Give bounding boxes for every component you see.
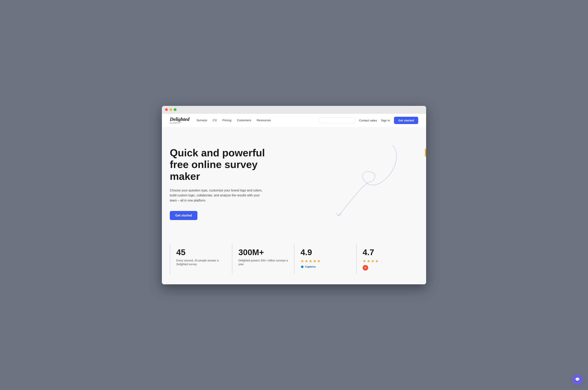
stats-section: 45 Every second, 45 people answer a Deli… bbox=[162, 234, 426, 284]
browser-chrome bbox=[162, 106, 426, 114]
hero-right bbox=[284, 143, 418, 222]
navbar: Delighted by qualtrics℠ Surveys CX Prici… bbox=[162, 114, 426, 127]
stat-desc-45: Every second, 45 people answer a Delight… bbox=[176, 259, 226, 266]
star-g2-4: ★ bbox=[375, 259, 379, 263]
nav-customers[interactable]: Customers bbox=[237, 118, 251, 122]
hero-get-started-button[interactable]: Get started bbox=[170, 211, 197, 220]
hero-left: Quick and powerful free online survey ma… bbox=[170, 143, 284, 220]
star-g2-half: ☆ bbox=[379, 259, 383, 263]
g2-stars: ★ ★ ★ ★ ☆ bbox=[363, 259, 412, 263]
logo[interactable]: Delighted by qualtrics℠ bbox=[170, 116, 190, 124]
navbar-right: 🔍 Contact sales Sign in Get started bbox=[320, 117, 418, 124]
star-g2-1: ★ bbox=[363, 259, 366, 263]
nav-cx[interactable]: CX bbox=[213, 118, 217, 122]
star-4: ★ bbox=[313, 259, 316, 263]
browser-window: Delighted by qualtrics℠ Surveys CX Prici… bbox=[162, 106, 426, 284]
g2-badge-row: G bbox=[363, 265, 412, 271]
g2-badge: G bbox=[363, 265, 368, 271]
search-wrapper: 🔍 bbox=[320, 117, 355, 123]
star-g2-3: ★ bbox=[371, 259, 374, 263]
scrollbar-indicator bbox=[425, 149, 426, 156]
capterra-stars: ★ ★ ★ ★ ★ bbox=[300, 259, 350, 263]
nav-pricing[interactable]: Pricing bbox=[222, 118, 232, 122]
stat-number-45: 45 bbox=[176, 248, 226, 257]
nav-surveys[interactable]: Surveys bbox=[196, 118, 207, 122]
nav-get-started-button[interactable]: Get started bbox=[394, 117, 418, 124]
nav-resources[interactable]: Resources bbox=[257, 118, 271, 122]
hero-section: Quick and powerful free online survey ma… bbox=[162, 127, 426, 234]
hero-description: Choose your question type, customize you… bbox=[170, 188, 264, 203]
star-1: ★ bbox=[300, 259, 304, 263]
star-5: ★ bbox=[317, 259, 321, 263]
stat-item-300m: 300M+ Delighted powers 300+ million surv… bbox=[232, 244, 294, 274]
logo-sub: by qualtrics℠ bbox=[170, 122, 190, 124]
stat-number-300m: 300M+ bbox=[238, 248, 288, 257]
browser-content: Delighted by qualtrics℠ Surveys CX Prici… bbox=[162, 114, 426, 284]
hero-title: Quick and powerful free online survey ma… bbox=[170, 147, 284, 182]
star-3: ★ bbox=[309, 259, 312, 263]
navbar-left: Delighted by qualtrics℠ Surveys CX Prici… bbox=[170, 116, 271, 124]
svg-marker-1 bbox=[302, 265, 304, 267]
nav-links: Surveys CX Pricing Customers Resources bbox=[196, 118, 271, 122]
stat-desc-300m: Delighted powers 300+ million surveys a … bbox=[238, 259, 288, 266]
minimize-button[interactable] bbox=[169, 108, 172, 111]
capterra-label: Capterra bbox=[305, 265, 315, 268]
stat-number-47: 4.7 bbox=[363, 248, 412, 257]
star-g2-2: ★ bbox=[367, 259, 370, 263]
capterra-badge: Capterra bbox=[300, 265, 315, 269]
contact-sales-link[interactable]: Contact sales bbox=[359, 119, 377, 122]
stat-item-g2: 4.7 ★ ★ ★ ★ ☆ G bbox=[356, 244, 418, 274]
capterra-badge-row: Capterra bbox=[300, 265, 350, 269]
g2-label: G bbox=[364, 266, 366, 269]
logo-main: Delighted bbox=[170, 116, 190, 122]
stat-item-capterra: 4.9 ★ ★ ★ ★ ★ Capterra bbox=[294, 244, 356, 274]
capterra-logo-icon bbox=[300, 265, 304, 269]
chat-icon: 💬 bbox=[575, 377, 580, 382]
stat-item-45: 45 Every second, 45 people answer a Deli… bbox=[170, 244, 232, 274]
stat-number-49: 4.9 bbox=[300, 248, 350, 257]
decorative-arrow bbox=[302, 143, 400, 222]
sign-in-link[interactable]: Sign in bbox=[381, 119, 390, 122]
star-2: ★ bbox=[305, 259, 308, 263]
close-button[interactable] bbox=[165, 108, 168, 111]
maximize-button[interactable] bbox=[174, 108, 177, 111]
search-input[interactable] bbox=[320, 117, 355, 123]
chat-bubble-button[interactable]: 💬 bbox=[573, 375, 582, 384]
